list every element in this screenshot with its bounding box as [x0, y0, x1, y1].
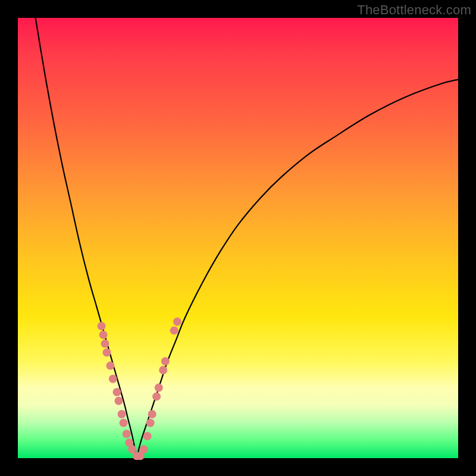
scatter-dot	[140, 445, 148, 453]
scatter-dot	[99, 331, 108, 339]
curve-line	[36, 18, 458, 458]
scatter-dot	[152, 392, 161, 400]
scatter-dot	[115, 397, 123, 405]
scatter-dots	[98, 318, 181, 461]
left-branch-path	[36, 18, 137, 458]
scatter-dot	[98, 322, 106, 330]
scatter-dot	[120, 419, 128, 427]
curve-svg	[18, 18, 458, 458]
scatter-dot	[123, 430, 131, 438]
scatter-dot	[146, 419, 155, 427]
scatter-dot	[170, 326, 178, 334]
scatter-dot	[113, 388, 121, 396]
scatter-dot	[155, 384, 163, 392]
scatter-dot	[109, 375, 117, 383]
scatter-dot	[161, 357, 170, 365]
right-branch-path	[137, 80, 458, 458]
plot-area	[18, 18, 458, 458]
scatter-dot	[103, 348, 111, 356]
scatter-dot	[148, 410, 156, 418]
scatter-dot	[143, 432, 152, 440]
scatter-dot	[118, 410, 126, 418]
scatter-dot	[101, 340, 109, 348]
chart-frame: TheBottleneck.com	[0, 0, 476, 476]
scatter-dot	[173, 318, 181, 326]
scatter-dot	[159, 366, 167, 374]
scatter-dot	[106, 362, 114, 370]
watermark-text: TheBottleneck.com	[357, 2, 471, 18]
